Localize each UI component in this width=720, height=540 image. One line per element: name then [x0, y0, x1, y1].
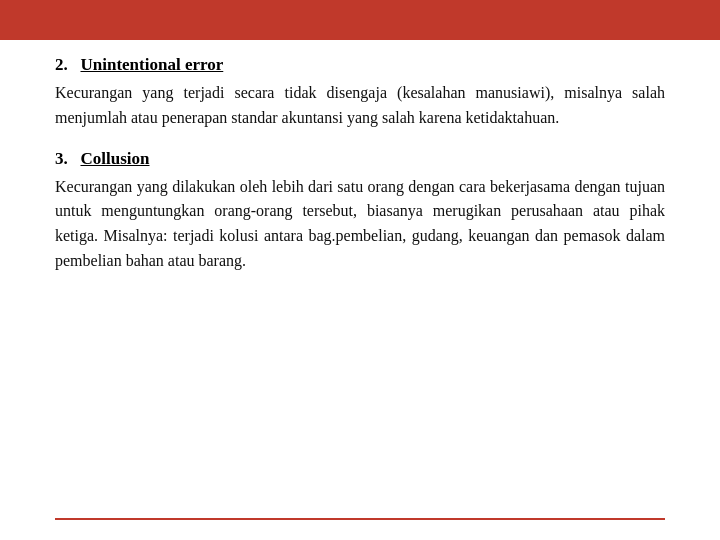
section-3-heading: 3. Collusion: [55, 149, 665, 169]
section-3-body: Kecurangan yang dilakukan oleh lebih dar…: [55, 175, 665, 274]
section-3-number: 3.: [55, 149, 68, 168]
section-2-number: 2.: [55, 55, 68, 74]
red-bar-top: [0, 0, 720, 40]
section-2-body: Kecurangan yang terjadi secara tidak dis…: [55, 81, 665, 131]
slide-container: 2. Unintentional error Kecurangan yang t…: [0, 0, 720, 540]
section-3-title: Collusion: [81, 149, 150, 168]
bottom-red-line: [55, 518, 665, 520]
section-2-title: Unintentional error: [81, 55, 224, 74]
content-area: 2. Unintentional error Kecurangan yang t…: [55, 55, 665, 510]
section-2-heading: 2. Unintentional error: [55, 55, 665, 75]
section-unintentional-error: 2. Unintentional error Kecurangan yang t…: [55, 55, 665, 131]
section-collusion: 3. Collusion Kecurangan yang dilakukan o…: [55, 149, 665, 274]
